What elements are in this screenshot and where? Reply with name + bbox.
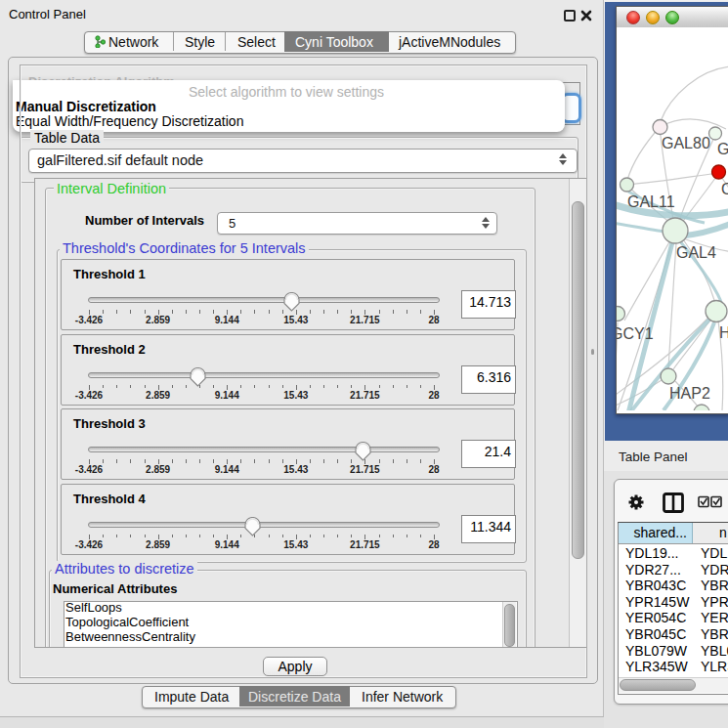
svg-text:H: H — [719, 324, 728, 341]
svg-text:GCY1: GCY1 — [617, 325, 654, 342]
svg-text:C: C — [721, 181, 728, 197]
svg-text:GAL80: GAL80 — [662, 135, 710, 151]
svg-text:GAL11: GAL11 — [627, 193, 675, 210]
svg-text:GAL4: GAL4 — [676, 244, 716, 261]
svg-text:HAP2: HAP2 — [669, 385, 710, 402]
svg-text:GA: GA — [717, 141, 728, 157]
